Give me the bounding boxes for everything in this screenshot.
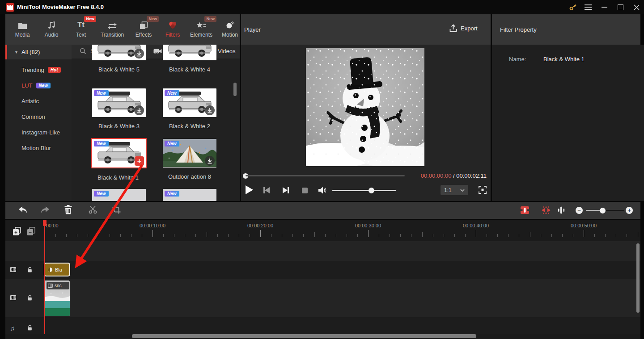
- timeline-ruler[interactable]: [45, 220, 640, 240]
- volume-handle[interactable]: [369, 188, 374, 193]
- crop-icon[interactable]: [112, 205, 121, 214]
- effects-icon: New: [130, 19, 157, 29]
- app-logo-icon: [6, 3, 14, 12]
- playhead-handle[interactable]: [43, 220, 47, 226]
- media-toolbar: Media Audio Tt New Text Transition New E…: [5, 14, 240, 45]
- sidebar-item-all[interactable]: ▾ All (82): [5, 45, 72, 59]
- close-button[interactable]: [630, 0, 643, 14]
- film-icon: [48, 284, 53, 288]
- timeline-zoom-handle[interactable]: [600, 208, 606, 213]
- new-badge: New: [94, 141, 109, 146]
- zoom-out-button[interactable]: −: [576, 207, 583, 214]
- timeline-vertical-scrollbar[interactable]: [636, 243, 640, 313]
- sidebar-item-lut[interactable]: LUT New: [5, 78, 72, 93]
- stop-button[interactable]: [302, 188, 308, 193]
- tab-text[interactable]: Tt New Text: [68, 19, 94, 42]
- audio-track-unlock-icon[interactable]: [27, 325, 33, 331]
- tab-elements[interactable]: New Elements: [188, 19, 215, 42]
- volume-icon[interactable]: [318, 186, 327, 197]
- tab-transition[interactable]: Transition: [99, 19, 126, 42]
- splice-clip-icon[interactable]: [521, 206, 529, 214]
- sidebar-item-trending[interactable]: Trending Hot: [5, 62, 72, 77]
- filter-item[interactable]: Black & White 4: [163, 45, 216, 73]
- download-icon[interactable]: [134, 105, 144, 115]
- ruler-tick: [605, 234, 606, 237]
- sidebar-item-instagram-like[interactable]: Instagram-Like: [5, 125, 72, 140]
- filters-icon: [159, 19, 186, 29]
- zoom-ratio-select[interactable]: 1:1: [441, 185, 468, 195]
- split-explode-icon[interactable]: [542, 206, 551, 214]
- ruler-tick: [153, 230, 153, 237]
- tab-filters[interactable]: Filters: [159, 19, 186, 42]
- collapse-triangle-icon[interactable]: ▾: [15, 50, 17, 54]
- motion-icon: [216, 19, 243, 29]
- tab-motion[interactable]: Motion: [216, 19, 243, 42]
- ruler-tick: [292, 234, 293, 237]
- zoom-in-button[interactable]: +: [626, 207, 633, 214]
- filter-thumbnail: [92, 45, 146, 60]
- menu-icon[interactable]: [581, 0, 595, 14]
- ruler-tick: [508, 234, 508, 237]
- split-scissors-icon[interactable]: [89, 205, 97, 214]
- minimize-button[interactable]: [597, 0, 611, 14]
- waveform-icon[interactable]: [558, 206, 565, 214]
- app-window: MiniTool MovieMaker Free 8.4.0 Media: [0, 0, 644, 339]
- add-track-icon[interactable]: [13, 227, 21, 236]
- ruler-tick: [487, 234, 487, 237]
- delete-icon[interactable]: [64, 205, 72, 214]
- export-button[interactable]: Export: [449, 24, 478, 32]
- ruler-tick: [131, 234, 131, 237]
- audio-track-note-icon[interactable]: ♫: [10, 324, 15, 332]
- property-panel-title: Filter Property: [500, 26, 537, 33]
- remove-track-icon[interactable]: [27, 227, 35, 236]
- filter-clip[interactable]: Bla: [44, 263, 70, 276]
- apply-filter-plus-button[interactable]: +: [135, 156, 144, 166]
- tab-media[interactable]: Media: [9, 19, 36, 42]
- ruler-tick: [99, 232, 99, 237]
- maximize-button[interactable]: [614, 0, 627, 14]
- ruler-tick: [303, 234, 304, 237]
- timeline-horizontal-scrollbar[interactable]: [132, 334, 476, 338]
- license-key-icon[interactable]: [566, 0, 580, 14]
- sidebar-item-artistic[interactable]: Artistic: [5, 93, 72, 109]
- tab-audio[interactable]: Audio: [38, 19, 65, 42]
- video-track-film-icon[interactable]: [10, 295, 16, 300]
- filter-item[interactable]: New Black & White 2: [163, 88, 216, 130]
- ruler-tick: [400, 234, 401, 237]
- ruler-tick: [271, 234, 271, 237]
- video-track-unlock-icon[interactable]: [27, 295, 33, 301]
- play-button[interactable]: [246, 185, 253, 194]
- undo-icon[interactable]: [18, 205, 28, 214]
- filter-thumbnail: New: [92, 88, 146, 117]
- fullscreen-icon[interactable]: [479, 186, 487, 196]
- sidebar-item-common[interactable]: Common: [5, 109, 72, 124]
- new-badge: New: [204, 16, 216, 22]
- download-icon[interactable]: [205, 156, 215, 166]
- zoom-ratio-value: 1:1: [444, 187, 452, 193]
- volume-slider[interactable]: [332, 190, 396, 191]
- filter-item-partial[interactable]: New: [92, 189, 146, 201]
- filter-track-unlock-icon[interactable]: [27, 267, 33, 272]
- next-frame-button[interactable]: [283, 187, 289, 193]
- download-icon[interactable]: [205, 105, 215, 115]
- sidebar-item-motion-blur[interactable]: Motion Blur: [5, 140, 72, 155]
- video-preview-snowman[interactable]: [306, 48, 424, 166]
- filters-scrollbar[interactable]: [233, 83, 237, 96]
- previous-frame-button[interactable]: [263, 187, 270, 193]
- filter-item[interactable]: New Black & White 3: [92, 88, 146, 130]
- timecode: 00:00:00:00 / 00:00:02:11: [241, 172, 487, 179]
- filter-item[interactable]: New Outdoor action 8: [163, 139, 216, 180]
- tab-effects[interactable]: New Effects: [130, 19, 157, 42]
- timeline-zoom-slider-right[interactable]: [603, 210, 624, 211]
- filter-item[interactable]: Black & White 5: [92, 45, 146, 73]
- video-clip[interactable]: snc: [44, 280, 70, 316]
- redo-icon[interactable]: [40, 205, 50, 214]
- filter-track-film-icon[interactable]: [10, 267, 16, 272]
- playhead-line[interactable]: [44, 220, 45, 334]
- ruler-tick: [422, 232, 423, 237]
- download-icon[interactable]: [134, 49, 144, 59]
- filter-item-selected[interactable]: New + Black & White 1: [91, 138, 145, 181]
- timeline-toolbar: − +: [5, 202, 640, 219]
- filter-item-partial[interactable]: New: [163, 189, 216, 201]
- ruler-tick: [627, 234, 627, 237]
